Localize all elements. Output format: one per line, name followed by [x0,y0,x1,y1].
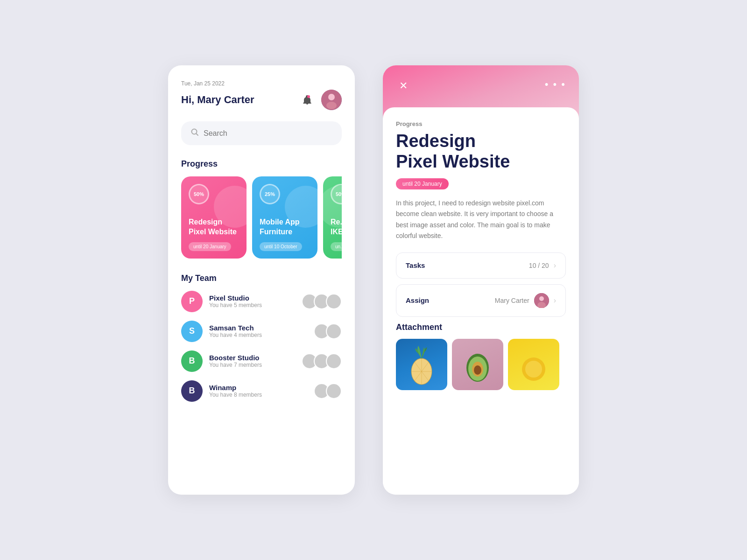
list-item[interactable]: P Pixel Studio You have 5 members [181,291,342,312]
team-name-samsan: Samsan Tech [209,324,307,332]
progress-cards: 50% RedesignPixel Website until 20 Janua… [181,176,342,259]
team-section-title: My Team [181,273,342,283]
svg-point-18 [474,365,481,375]
right-panel: ✕ • • • Progress Redesign Pixel Website … [383,65,579,495]
tasks-value: 10 / 20 [529,262,549,269]
search-icon [190,128,199,139]
search-input[interactable] [204,129,332,138]
team-avatars-booster [302,353,342,369]
svg-point-20 [525,361,542,378]
bell-icon[interactable] [299,91,316,108]
chevron-right-icon: › [554,261,556,270]
search-bar[interactable] [181,121,342,145]
team-name-booster: Booster Studio [209,354,295,362]
team-avatars-pixel [302,294,342,309]
team-avatars-winamp [314,383,342,399]
team-list: P Pixel Studio You have 5 members S Sams… [181,291,342,402]
assign-row[interactable]: Assign Mary Carter › [396,284,566,317]
mini-avatar [326,383,342,399]
project-date-pill: until 20 January [396,178,449,189]
attachment-thumb-1[interactable] [396,339,447,390]
team-info-booster: Booster Studio You have 7 members [209,354,295,368]
project-title-line1: Redesign [396,131,476,151]
progress-percent-2: 25% [260,184,280,204]
assign-value: Mary Carter [495,297,529,304]
mini-avatar [326,294,342,309]
team-members-winamp: You have 8 members [209,392,307,398]
progress-card-3[interactable]: 50% Re...IKE... un... [323,176,342,259]
team-info-pixel: Pixel Studio You have 5 members [209,294,295,308]
tasks-right: 10 / 20 › [529,261,556,270]
svg-line-5 [197,134,198,136]
list-item[interactable]: S Samsan Tech You have 4 members [181,321,342,342]
attachment-thumb-2[interactable] [452,339,503,390]
mini-avatar [326,323,342,339]
right-content: Progress Redesign Pixel Website until 20… [383,107,579,495]
progress-detail-label: Progress [396,120,566,127]
attachment-title: Attachment [396,322,566,332]
close-icon[interactable]: ✕ [396,78,411,93]
progress-card-1[interactable]: 50% RedesignPixel Website until 20 Janua… [181,176,247,259]
project-title-line2: Pixel Website [396,152,510,171]
card-date-2: until 10 October [260,242,302,251]
team-logo-winamp: B [181,380,203,402]
project-title: Redesign Pixel Website [396,131,566,172]
svg-point-7 [539,296,544,301]
progress-card-2[interactable]: 25% Mobile AppFurniture until 10 October [252,176,317,259]
progress-section-title: Progress [181,159,342,169]
progress-percent-1: 50% [189,184,209,204]
tasks-label: Tasks [406,261,425,269]
attachment-grid [396,339,566,390]
mini-avatar [326,353,342,369]
team-name-winamp: Winamp [209,384,307,392]
card-date-1: until 20 January [189,242,231,251]
team-name-pixel: Pixel Studio [209,294,295,302]
left-panel: Tue, Jan 25 2022 Hi, Mary Carter [168,65,355,495]
date-label: Tue, Jan 25 2022 [181,80,342,87]
team-logo-pixel: P [181,291,203,312]
chevron-right-icon-2: › [554,296,556,305]
header-icons [299,90,342,110]
more-options-icon[interactable]: • • • [545,78,566,91]
team-logo-booster: B [181,350,203,372]
list-item[interactable]: B Booster Studio You have 7 members [181,350,342,372]
team-info-winamp: Winamp You have 8 members [209,384,307,398]
header-row: Hi, Mary Carter [181,90,342,110]
svg-point-0 [307,95,310,98]
assign-right: Mary Carter › [495,293,556,308]
card-date-3: un... [331,242,342,251]
team-members-samsan: You have 4 members [209,332,307,338]
assign-avatar [534,293,549,308]
user-avatar[interactable] [321,90,342,110]
team-members-booster: You have 7 members [209,362,295,368]
attachment-thumb-3[interactable] [508,339,559,390]
list-item[interactable]: B Winamp You have 8 members [181,380,342,402]
svg-point-3 [326,102,337,109]
team-avatars-samsan [314,323,342,339]
svg-point-2 [328,94,335,100]
attachment-section: Attachment [396,322,566,390]
assign-label: Assign [406,296,429,304]
tasks-row[interactable]: Tasks 10 / 20 › [396,252,566,279]
team-members-pixel: You have 5 members [209,302,295,308]
team-info-samsan: Samsan Tech You have 4 members [209,324,307,338]
project-description: In this project, I need to redesign webs… [396,198,566,241]
team-logo-samsan: S [181,321,203,342]
greeting-text: Hi, Mary Carter [181,94,254,106]
